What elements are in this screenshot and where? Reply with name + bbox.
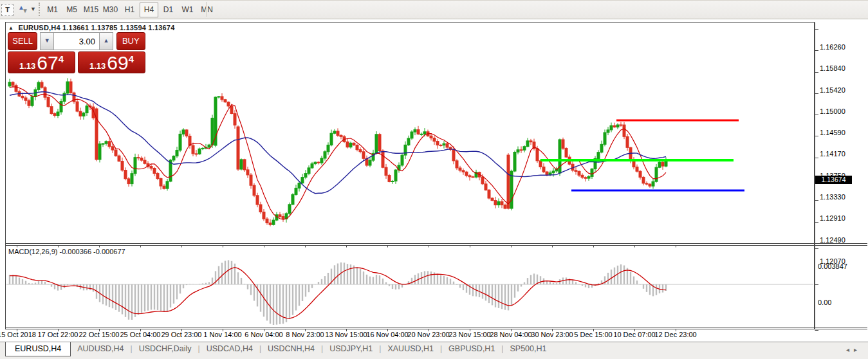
ohlc-high: 1.13785	[91, 24, 117, 32]
timeframe-button-h4[interactable]: H4	[140, 3, 158, 17]
cursor-arrows-icon[interactable]: ▲ ▼	[17, 4, 29, 15]
time-axis-label: 5 Dec 15:00	[574, 331, 612, 338]
price-axis-label: 1.16260	[820, 43, 845, 51]
volume-increase-button[interactable]: ▲	[99, 32, 113, 50]
price-axis-label: 1.12910	[820, 214, 845, 222]
price-axis-label: 1.14170	[820, 150, 845, 158]
time-axis-label: 13 Nov 15:00	[325, 331, 367, 338]
toolbar: T ▲ ▼ ▼ M1M5M15M30H1H4D1W1MN	[0, 1, 868, 19]
chart-tab-usdcnh-h4[interactable]: USDCNH,H4	[261, 342, 321, 356]
timeframe-button-m30[interactable]: M30	[101, 3, 120, 17]
chart-tab-xauusd-h1[interactable]: XAUUSD,H1	[381, 342, 440, 356]
buy-price-prefix: 1.13	[89, 60, 106, 72]
sell-price-prefix: 1.13	[19, 60, 35, 72]
chart-tab-audusd-h4[interactable]: AUDUSD,H4	[71, 342, 130, 356]
timeframe-button-w1[interactable]: W1	[178, 3, 197, 17]
price-axis-label: 1.13330	[820, 193, 845, 201]
time-axis-label: 17 Oct 22:00	[38, 331, 78, 338]
timeframe-button-h1[interactable]: H1	[120, 3, 139, 17]
macd-value1: -0.000366	[59, 248, 91, 255]
current-price-tag: 1.13674	[815, 176, 852, 184]
buy-price-button[interactable]: 1.13 69 4	[78, 51, 145, 73]
ohlc-close: 1.13674	[148, 24, 174, 32]
chart-tab-sp500-h1[interactable]: SP500,H1	[503, 342, 553, 356]
time-axis-label: 23 Nov 15:00	[448, 331, 490, 338]
macd-axis-label: 0.00	[818, 299, 831, 306]
toolbar-separator	[206, 2, 207, 17]
ohlc-low: 1.13594	[120, 24, 146, 32]
buy-price-main: 69	[107, 54, 128, 72]
tab-scroll-left-icon[interactable]: ◂	[846, 346, 854, 353]
macd-histogram	[10, 260, 666, 325]
macd-axis-label: 0.003847	[818, 262, 847, 270]
chart-tab-usdcad-h4[interactable]: USDCAD,H4	[200, 342, 259, 356]
chart-tab-gbpusd-h1[interactable]: GBPUSD,H1	[442, 342, 501, 356]
time-axis-label: 6 Nov 04:00	[245, 331, 282, 338]
sell-button[interactable]: SELL	[8, 32, 37, 50]
toolbar-grip[interactable]	[39, 3, 40, 16]
tab-scroll-arrows[interactable]: ◂▸	[846, 346, 862, 353]
chart-header: ▲ EURUSD,H4 1.13661 1.13785 1.13594 1.13…	[8, 24, 175, 32]
volume-input[interactable]	[54, 32, 99, 50]
price-axis-label: 1.15840	[820, 64, 845, 72]
time-axis-label: 28 Nov 04:00	[490, 331, 531, 338]
time-axis-label: 16 Nov 04:00	[366, 331, 408, 338]
time-axis-label: 29 Oct 23:00	[162, 331, 202, 338]
buy-button[interactable]: BUY	[116, 32, 145, 50]
sell-price-main: 67	[37, 54, 58, 72]
chart-tab-usdjpy-h1[interactable]: USDJPY,H1	[323, 342, 379, 356]
timeframe-buttons: M1M5M15M30H1H4D1W1MN	[43, 3, 217, 16]
time-axis-label: 10 Dec 07:00	[613, 331, 655, 338]
text-label-tool-icon[interactable]: T	[1, 4, 14, 16]
macd-indicator-label: MACD(12,26,9) -0.000366 -0.000677	[8, 248, 125, 255]
price-axis-label: 1.12490	[820, 236, 845, 244]
time-axis-label: 25 Oct 04:00	[120, 331, 161, 338]
macd-name: MACD(12,26,9)	[8, 248, 57, 255]
price-axis-label: 1.15420	[820, 86, 845, 94]
arrow-down-icon: ▼	[22, 7, 28, 14]
chart-tab-bar: EURUSD,H4AUDUSD,H4|USDCHF,Daily|USDCAD,H…	[0, 342, 868, 359]
price-axis-label: 1.14590	[820, 129, 845, 136]
candles-layer	[8, 78, 667, 226]
time-axis-label: 12 Dec 23:00	[654, 331, 696, 338]
one-click-toggle-icon[interactable]: ▲	[8, 25, 14, 31]
price-axis-label: 1.15000	[820, 107, 845, 115]
time-axis-label: 22 Oct 15:00	[79, 331, 120, 338]
volume-decrease-button[interactable]: ▼	[40, 32, 54, 50]
time-axis-label: 20 Nov 23:00	[407, 331, 449, 338]
sell-price-button[interactable]: 1.13 67 4	[8, 51, 75, 73]
ohlc-open: 1.13661	[62, 24, 89, 32]
mt4-window: T ▲ ▼ ▼ M1M5M15M30H1H4D1W1MN ▲ EURUSD,H4…	[0, 0, 868, 359]
timeframe-button-m1[interactable]: M1	[43, 3, 62, 17]
time-axis-label: 15 Oct 2018	[0, 331, 36, 338]
timeframe-button-m5[interactable]: M5	[62, 3, 81, 17]
time-axis-label: 1 Nov 14:00	[203, 331, 241, 338]
timeframe-button-m15[interactable]: M15	[82, 3, 100, 17]
tab-scroll-right-icon[interactable]: ▸	[854, 346, 862, 353]
timeframe-button-d1[interactable]: D1	[159, 3, 178, 17]
buy-price-pip: 4	[129, 53, 134, 64]
chart-tab-eurusd-h4[interactable]: EURUSD,H4	[5, 342, 71, 356]
time-axis-label: 8 Nov 23:00	[286, 331, 324, 338]
chart-symbol: EURUSD,H4	[18, 24, 60, 32]
macd-value2: -0.000677	[93, 248, 125, 255]
tool-dropdown-caret-icon[interactable]: ▼	[30, 6, 36, 12]
sell-price-pip: 4	[59, 53, 64, 64]
one-click-trading-panel: SELL ▼ ▲ BUY 1.13 67 4 1.13 69 4	[8, 32, 145, 73]
time-axis-label: 30 Nov 23:00	[531, 331, 573, 338]
chart-tab-usdchf-daily[interactable]: USDCHF,Daily	[133, 342, 198, 356]
